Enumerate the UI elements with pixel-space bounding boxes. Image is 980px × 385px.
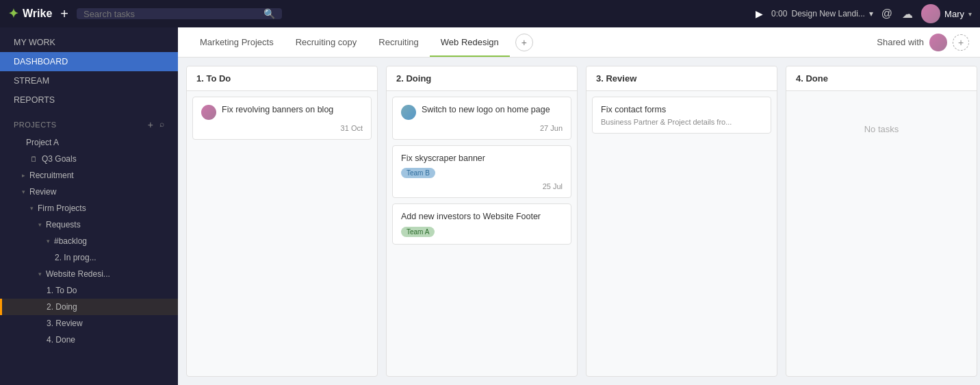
task-card[interactable]: Fix contact forms Business Partner & Pro… bbox=[592, 97, 771, 134]
tree-label: Website Redesi... bbox=[46, 269, 110, 279]
user-name: Mary bbox=[944, 9, 964, 19]
column-body-review: Fix contact forms Business Partner & Pro… bbox=[586, 91, 777, 376]
add-tab-button[interactable]: + bbox=[515, 34, 533, 51]
tab-marketing-projects[interactable]: Marketing Projects bbox=[189, 29, 285, 57]
at-icon[interactable]: @ bbox=[881, 8, 892, 20]
caret-icon: ▾ bbox=[38, 271, 42, 277]
caret-icon: ▾ bbox=[22, 188, 25, 195]
play-button[interactable]: ▶ bbox=[756, 8, 763, 19]
main-content: Marketing Projects Recruiting copy Recru… bbox=[178, 27, 980, 385]
wrike-logo-icon: ✦ bbox=[8, 6, 18, 21]
tree-item-requests[interactable]: ▾ Requests bbox=[0, 216, 178, 233]
column-header-done: 4. Done bbox=[786, 66, 977, 91]
search-box: 🔍 bbox=[77, 8, 282, 19]
sidebar-item-stream[interactable]: STREAM bbox=[0, 71, 178, 90]
topbar-icons: @ ☁ bbox=[881, 8, 913, 21]
sidebar-label-stream: STREAM bbox=[14, 76, 49, 86]
sidebar-item-reports[interactable]: REPORTS bbox=[0, 90, 178, 110]
tag-team-a: Team A bbox=[401, 227, 435, 237]
tree-item-2-doing[interactable]: 2. Doing bbox=[0, 299, 178, 315]
task-card-header: Switch to new logo on home page bbox=[401, 104, 563, 120]
column-doing: 2. Doing Switch to new logo on home page… bbox=[386, 66, 578, 377]
task-date: 27 Jun bbox=[540, 124, 563, 132]
sidebar-item-dashboard[interactable]: DASHBOARD bbox=[0, 52, 178, 71]
column-body-doing: Switch to new logo on home page 27 Jun F… bbox=[387, 91, 577, 376]
column-header-todo: 1. To Do bbox=[187, 66, 377, 91]
projects-add-icon[interactable]: + bbox=[148, 119, 154, 130]
projects-section-header: PROJECTS + ⌕ bbox=[0, 115, 178, 134]
projects-search-icon[interactable]: ⌕ bbox=[159, 119, 165, 130]
tree-item-4-done[interactable]: 4. Done bbox=[0, 332, 178, 348]
tree-label: 2. Doing bbox=[47, 302, 77, 312]
global-add-button[interactable]: + bbox=[60, 6, 68, 22]
column-todo: 1. To Do Fix revolving banners on blog 3… bbox=[186, 66, 378, 377]
search-icon: 🔍 bbox=[263, 8, 275, 19]
task-card[interactable]: Switch to new logo on home page 27 Jun bbox=[392, 97, 571, 140]
task-meta: 27 Jun bbox=[401, 124, 563, 132]
tree-label: Project A bbox=[26, 138, 59, 147]
tree-label: 4. Done bbox=[47, 335, 75, 345]
tree-item-3-review[interactable]: 3. Review bbox=[0, 315, 178, 332]
caret-icon: ▾ bbox=[30, 205, 34, 212]
shared-add-button[interactable]: + bbox=[953, 34, 969, 51]
tree-item-project-a[interactable]: Project A bbox=[0, 134, 178, 151]
task-title: Fix skyscraper banner bbox=[401, 153, 563, 164]
timer-info: 0:00 Design New Landi... ▾ bbox=[771, 9, 873, 18]
column-review: 3. Review Fix contact forms Business Par… bbox=[586, 66, 777, 377]
app-layout: MY WORK DASHBOARD STREAM REPORTS PROJECT… bbox=[0, 27, 980, 385]
notifications-icon[interactable]: ☁ bbox=[902, 8, 913, 21]
caret-icon: ▾ bbox=[38, 221, 42, 228]
column-header-review: 3. Review bbox=[586, 66, 777, 91]
tree-item-recruitment[interactable]: ▸ Recruitment bbox=[0, 167, 178, 184]
tree-item-review[interactable]: ▾ Review bbox=[0, 184, 178, 200]
tree-item-backlog[interactable]: ▾ #backlog bbox=[0, 233, 178, 249]
column-header-doing: 2. Doing bbox=[387, 66, 577, 91]
task-meta: 31 Oct bbox=[201, 124, 363, 132]
shared-user-avatar bbox=[929, 34, 947, 51]
sidebar: MY WORK DASHBOARD STREAM REPORTS PROJECT… bbox=[0, 27, 178, 385]
tab-web-redesign[interactable]: Web Redesign bbox=[430, 29, 510, 57]
user-menu-caret-icon: ▾ bbox=[968, 10, 972, 18]
tree-label: Q3 Goals bbox=[42, 154, 77, 164]
task-title: Add new investors to Website Footer bbox=[401, 211, 563, 222]
task-card[interactable]: Add new investors to Website Footer Team… bbox=[392, 203, 571, 244]
column-body-todo: Fix revolving banners on blog 31 Oct bbox=[187, 91, 377, 376]
task-avatar bbox=[401, 105, 416, 120]
tree-label: #backlog bbox=[54, 236, 87, 246]
task-date: 25 Jul bbox=[543, 182, 563, 190]
sidebar-label-my-work: MY WORK bbox=[14, 38, 55, 47]
column-body-done: No tasks bbox=[786, 91, 977, 376]
tree-label: Firm Projects bbox=[38, 203, 86, 213]
task-card-header: Fix contact forms bbox=[601, 104, 762, 115]
user-menu[interactable]: Mary ▾ bbox=[921, 4, 972, 23]
timer-task: Design New Landi... bbox=[791, 9, 864, 18]
caret-icon: ▾ bbox=[47, 238, 50, 245]
task-avatar bbox=[201, 105, 216, 120]
timer-value: 0:00 bbox=[771, 9, 787, 18]
sidebar-item-my-work[interactable]: MY WORK bbox=[0, 33, 178, 52]
task-title: Fix contact forms bbox=[601, 104, 762, 115]
sidebar-label-reports: REPORTS bbox=[14, 95, 55, 105]
tab-recruiting[interactable]: Recruiting bbox=[368, 29, 430, 57]
tabs-bar: Marketing Projects Recruiting copy Recru… bbox=[178, 27, 980, 58]
tree-item-q3-goals[interactable]: 🗒 Q3 Goals bbox=[0, 151, 178, 167]
tab-recruiting-copy[interactable]: Recruiting copy bbox=[285, 29, 368, 57]
task-card[interactable]: Fix revolving banners on blog 31 Oct bbox=[192, 97, 372, 140]
shared-with-label: Shared with bbox=[877, 37, 924, 47]
shared-with-area: Shared with + bbox=[877, 34, 969, 51]
tree-item-firm-projects[interactable]: ▾ Firm Projects bbox=[0, 200, 178, 216]
logo[interactable]: ✦ Wrike bbox=[8, 6, 52, 21]
tree-label: Review bbox=[29, 187, 56, 197]
task-tags: Team B bbox=[401, 168, 563, 178]
tree-label: Requests bbox=[46, 220, 81, 229]
task-card-header: Fix revolving banners on blog bbox=[201, 104, 363, 120]
search-input[interactable] bbox=[83, 9, 258, 19]
user-avatar bbox=[921, 4, 940, 23]
column-done: 4. Done No tasks bbox=[786, 66, 977, 377]
tree-item-1-to-do[interactable]: 1. To Do bbox=[0, 282, 178, 299]
tree-item-in-progress[interactable]: 2. In prog... bbox=[0, 249, 178, 266]
timer-chevron-icon[interactable]: ▾ bbox=[869, 9, 873, 18]
task-card[interactable]: Fix skyscraper banner Team B 25 Jul bbox=[392, 145, 571, 198]
tree-label: Recruitment bbox=[29, 171, 74, 180]
tree-item-website-redesign[interactable]: ▾ Website Redesi... bbox=[0, 266, 178, 282]
